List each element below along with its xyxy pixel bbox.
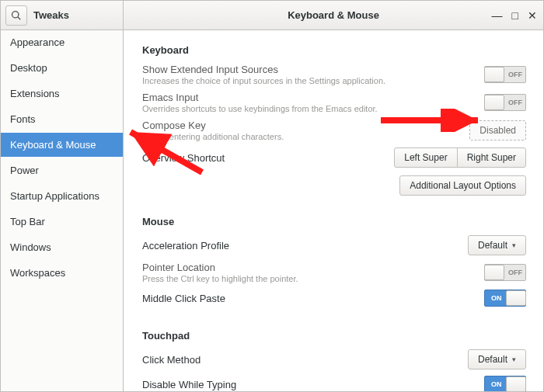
row-overview-shortcut: Overview Shortcut Left Super Right Super [142, 144, 526, 171]
button-label: Default [478, 354, 507, 365]
click-method-dropdown[interactable]: Default ▾ [468, 349, 526, 369]
row-click-method: Click Method Default ▾ [142, 346, 526, 373]
search-icon [11, 10, 22, 21]
switch-label: ON [491, 380, 502, 388]
chevron-down-icon: ▾ [512, 356, 516, 363]
switch-knob [484, 95, 504, 110]
sidebar-item-startup-applications[interactable]: Startup Applications [1, 184, 123, 208]
option-label: Middle Click Paste [142, 293, 484, 304]
row-acceleration-profile: Acceleration Profile Default ▾ [142, 232, 526, 258]
chevron-down-icon: ▾ [512, 241, 516, 249]
switch-emacs-input[interactable]: OFF [484, 94, 526, 111]
option-sub: Allows entering additional characters. [142, 132, 469, 141]
sidebar-item-appearance[interactable]: Appearance [1, 30, 123, 54]
row-disable-while-typing: Disable While Typing ON [142, 373, 526, 391]
button-label: Additional Layout Options [410, 180, 516, 191]
section-keyboard: Keyboard Show Extended Input Sources Inc… [142, 44, 526, 196]
section-title-keyboard: Keyboard [142, 44, 526, 56]
row-emacs-input: Emacs Input Overrides shortcuts to use k… [142, 88, 526, 116]
section-touchpad: Touchpad Click Method Default ▾ Disabl [142, 330, 526, 391]
switch-disable-while-typing[interactable]: ON [484, 376, 526, 391]
row-compose-key: Compose Key Allows entering additional c… [142, 116, 526, 144]
sidebar-item-extensions[interactable]: Extensions [1, 82, 123, 106]
titlebar-right: Keyboard & Mouse — □ ✕ [124, 1, 543, 29]
sidebar-item-windows[interactable]: Windows [1, 235, 123, 259]
button-label: Left Super [404, 152, 447, 163]
switch-knob [506, 376, 526, 391]
option-label: Compose Key [142, 120, 469, 131]
content: Keyboard Show Extended Input Sources Inc… [124, 30, 543, 391]
sidebar-item-label: Fonts [10, 113, 36, 125]
switch-label: ON [491, 294, 502, 302]
titlebar: Tweaks Keyboard & Mouse — □ ✕ [1, 1, 543, 30]
option-sub: Press the Ctrl key to highlight the poin… [142, 274, 484, 283]
row-pointer-location: Pointer Location Press the Ctrl key to h… [142, 258, 526, 286]
titlebar-left: Tweaks [1, 1, 124, 29]
sidebar: Appearance Desktop Extensions Fonts Keyb… [1, 30, 124, 391]
sidebar-item-label: Windows [10, 241, 51, 253]
sidebar-item-label: Keyboard & Mouse [10, 139, 96, 151]
switch-middle-click-paste[interactable]: ON [484, 290, 526, 307]
overview-left-super-button[interactable]: Left Super [394, 147, 457, 168]
switch-label: OFF [508, 99, 522, 106]
option-label: Acceleration Profile [142, 240, 468, 252]
option-sub: Overrides shortcuts to use keybindings f… [142, 104, 484, 113]
app-name: Tweaks [33, 9, 69, 21]
sidebar-item-desktop[interactable]: Desktop [1, 56, 123, 80]
section-title-mouse: Mouse [142, 216, 526, 227]
sidebar-item-label: Top Bar [10, 216, 45, 227]
switch-knob [484, 265, 504, 280]
close-button[interactable]: ✕ [528, 10, 537, 21]
row-middle-click-paste: Middle Click Paste ON [142, 286, 526, 310]
button-label: Right Super [467, 152, 516, 163]
sidebar-item-label: Extensions [10, 88, 60, 99]
switch-label: OFF [508, 71, 522, 78]
row-additional-layout-options: Additional Layout Options [142, 175, 526, 196]
sidebar-item-top-bar[interactable]: Top Bar [1, 210, 123, 234]
option-label: Emacs Input [142, 92, 484, 103]
switch-label: OFF [508, 269, 522, 276]
overview-shortcut-group: Left Super Right Super [394, 147, 526, 168]
switch-pointer-location[interactable]: OFF [484, 264, 526, 281]
window-controls: — □ ✕ [492, 1, 537, 29]
sidebar-item-label: Appearance [10, 36, 65, 48]
option-label: Disable While Typing [142, 379, 484, 390]
sidebar-item-keyboard-mouse[interactable]: Keyboard & Mouse [1, 133, 123, 157]
section-title-touchpad: Touchpad [142, 330, 526, 342]
compose-key-button[interactable]: Disabled [469, 120, 526, 140]
switch-knob [484, 67, 504, 82]
option-label: Show Extended Input Sources [142, 64, 484, 75]
window: Tweaks Keyboard & Mouse — □ ✕ Appearance… [0, 0, 544, 392]
body: Appearance Desktop Extensions Fonts Keyb… [1, 30, 543, 391]
sidebar-item-power[interactable]: Power [1, 158, 123, 182]
option-label: Overview Shortcut [142, 152, 394, 164]
search-button[interactable] [5, 5, 27, 26]
option-label: Click Method [142, 354, 468, 366]
sidebar-item-label: Power [10, 165, 39, 176]
section-mouse: Mouse Acceleration Profile Default ▾ P [142, 216, 526, 310]
switch-show-extended-input-sources[interactable]: OFF [484, 66, 526, 83]
row-show-extended-input-sources: Show Extended Input Sources Increases th… [142, 61, 526, 88]
option-sub: Increases the choice of input sources in… [142, 76, 484, 85]
acceleration-profile-dropdown[interactable]: Default ▾ [468, 235, 526, 255]
sidebar-item-label: Desktop [10, 62, 47, 74]
button-label: Default [478, 240, 507, 251]
option-label: Pointer Location [142, 262, 484, 273]
additional-layout-options-button[interactable]: Additional Layout Options [399, 175, 526, 196]
overview-right-super-button[interactable]: Right Super [457, 147, 526, 168]
sidebar-item-workspaces[interactable]: Workspaces [1, 261, 123, 285]
sidebar-item-label: Startup Applications [10, 190, 99, 202]
button-label: Disabled [479, 125, 516, 136]
page-title: Keyboard & Mouse [288, 9, 379, 21]
sidebar-item-label: Workspaces [10, 267, 65, 279]
maximize-button[interactable]: □ [512, 10, 518, 21]
switch-knob [506, 290, 526, 306]
minimize-button[interactable]: — [492, 10, 503, 21]
sidebar-item-fonts[interactable]: Fonts [1, 107, 123, 131]
